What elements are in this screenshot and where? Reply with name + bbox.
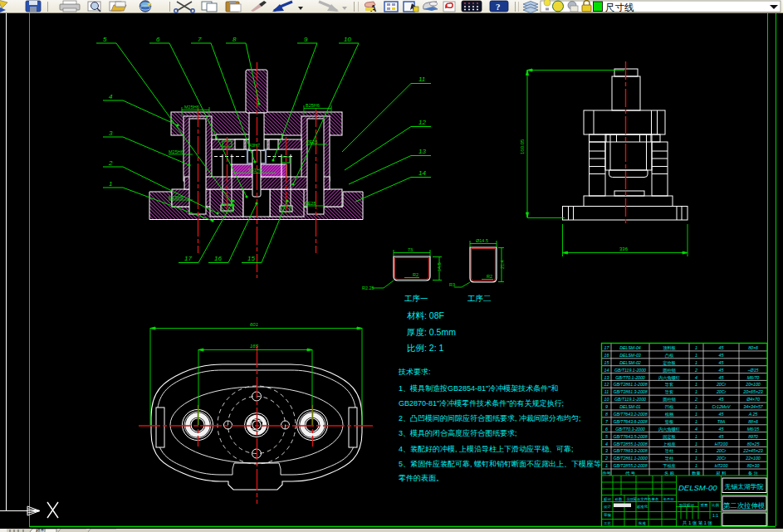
svg-text:45: 45 — [719, 353, 724, 358]
svg-text:导套: 导套 — [665, 382, 673, 387]
svg-text:DELSM-04: DELSM-04 — [619, 345, 640, 350]
svg-text:5: 5 — [605, 434, 608, 439]
svg-text:5、紧固件应装配可靠, 螺钉和销钉断面不应露出上、下模座等: 5、紧固件应装配可靠, 螺钉和销钉断面不应露出上、下模座等 — [399, 460, 601, 468]
svg-text:80×25: 80×25 — [747, 442, 760, 447]
svg-text:2: 2 — [604, 456, 608, 461]
svg-text:顶料板: 顶料板 — [663, 345, 676, 350]
svg-text:R2: R2 — [413, 272, 418, 277]
svg-text:2: 2 — [694, 368, 697, 373]
svg-text:20Cr: 20Cr — [716, 456, 727, 461]
svg-text:21.4: 21.4 — [500, 260, 505, 269]
svg-text:20Cr: 20Cr — [716, 389, 727, 394]
svg-text:10: 10 — [344, 36, 351, 43]
svg-text:1: 1 — [695, 442, 697, 447]
svg-text:内六角螺钉: 内六角螺钉 — [658, 427, 680, 432]
svg-text:导柱: 导柱 — [665, 448, 674, 453]
svg-text:材料: 08F: 材料: 08F — [407, 310, 444, 320]
svg-text:GB/T119.1-2000: GB/T119.1-2000 — [614, 368, 646, 373]
svg-text:标准化: 标准化 — [637, 504, 648, 510]
svg-text:签名: 签名 — [652, 497, 659, 501]
svg-text:技术要求:: 技术要求: — [398, 368, 431, 376]
svg-text:凹模: 凹模 — [665, 404, 674, 409]
svg-text:DELSM-03: DELSM-03 — [619, 353, 640, 358]
svg-text:1: 1 — [605, 463, 608, 468]
svg-text:GB/T7643.5-2008: GB/T7643.5-2008 — [613, 434, 647, 439]
svg-text:8: 8 — [232, 36, 237, 43]
svg-text:~Ø15: ~Ø15 — [748, 368, 759, 373]
svg-text:内六角螺钉: 内六角螺钉 — [658, 375, 680, 380]
svg-text:16: 16 — [214, 255, 222, 262]
svg-text:34×34×57: 34×34×57 — [743, 404, 763, 409]
svg-text:3、模具的闭合高度应符合图纸要求;: 3、模具的闭合高度应符合图纸要求; — [399, 429, 517, 437]
svg-text:14: 14 — [418, 169, 426, 177]
svg-text:比例: 2: 1: 比例: 2: 1 — [407, 343, 444, 353]
svg-text:无锡太湖学院: 无锡太湖学院 — [725, 483, 764, 491]
svg-text:165: 165 — [250, 344, 259, 349]
svg-text:PE25: PE25 — [306, 139, 317, 144]
svg-text:14: 14 — [604, 368, 609, 373]
svg-text:6: 6 — [605, 427, 608, 432]
svg-text:GB/T2861.3-2008: GB/T2861.3-2008 — [613, 389, 647, 394]
svg-text:8970: 8970 — [748, 434, 758, 439]
svg-text:2、凸凹模间的间隙应符合图纸要求, 冲裁间隙分布均匀;: 2、凸凹模间的间隙应符合图纸要求, 冲裁间隙分布均匀; — [399, 414, 581, 422]
svg-text:工序一: 工序一 — [404, 294, 428, 303]
svg-text:更改文件号: 更改文件号 — [634, 497, 653, 501]
svg-text:模柄: 模柄 — [665, 412, 673, 417]
svg-text:6: 6 — [156, 36, 160, 43]
svg-text:11: 11 — [604, 389, 609, 394]
svg-text:20Cr: 20Cr — [716, 448, 727, 453]
svg-text:GB/T7643.6-2008: GB/T7643.6-2008 — [613, 419, 647, 424]
svg-text:2: 2 — [108, 159, 113, 167]
svg-text:处数: 处数 — [615, 497, 623, 501]
svg-text:R3: R3 — [449, 282, 455, 287]
svg-text:3: 3 — [605, 448, 608, 453]
svg-text:4: 4 — [695, 375, 697, 380]
svg-text:Ø4×70: Ø4×70 — [746, 397, 760, 402]
svg-text:160.05: 160.05 — [520, 139, 525, 154]
svg-text:1: 1 — [695, 448, 697, 453]
svg-text:88×6: 88×6 — [748, 419, 758, 424]
svg-text:第二次拉伸模: 第二次拉伸模 — [723, 501, 765, 510]
svg-text:备 注: 备 注 — [748, 471, 758, 476]
svg-text:4: 4 — [605, 442, 608, 447]
svg-text:80×30: 80×30 — [747, 463, 760, 468]
svg-text:圆柱销: 圆柱销 — [663, 368, 676, 373]
svg-text:13: 13 — [418, 148, 426, 155]
svg-text:审核: 审核 — [604, 513, 611, 517]
svg-text:模型: 模型 — [36, 529, 46, 532]
svg-text:45: 45 — [719, 434, 724, 439]
svg-text:1: 1 — [695, 382, 697, 387]
svg-text:1: 1 — [109, 180, 112, 188]
svg-text:4: 4 — [695, 427, 697, 432]
svg-text:1: 1 — [695, 463, 697, 468]
svg-text:8: 8 — [605, 412, 608, 417]
svg-text:15: 15 — [604, 360, 609, 365]
svg-text:11: 11 — [418, 76, 425, 83]
svg-text:22×100: 22×100 — [745, 456, 761, 461]
svg-text:DELSM-00: DELSM-00 — [678, 483, 717, 492]
svg-text:标记: 标记 — [604, 497, 611, 502]
svg-text:GB/T119.1-2000: GB/T119.1-2000 — [614, 397, 646, 402]
svg-text:20Cr: 20Cr — [716, 382, 727, 387]
svg-text:4、装配好的冲模, 上模沿导柱上下滑动应平稳、可靠;: 4、装配好的冲模, 上模沿导柱上下滑动应平稳、可靠; — [399, 445, 574, 453]
svg-text:10: 10 — [604, 397, 609, 402]
svg-text:73: 73 — [408, 247, 413, 252]
svg-text:R2.25: R2.25 — [362, 286, 374, 290]
svg-text:重量: 重量 — [701, 503, 708, 507]
svg-text:1、模具制造按GB2854-81"冷冲模架技术条件"和: 1、模具制造按GB2854-81"冷冲模架技术条件"和 — [399, 384, 558, 393]
svg-text:16: 16 — [604, 353, 609, 358]
svg-text:尺寸线: 尺寸线 — [605, 2, 634, 12]
svg-text:GB/T2855.2-2008: GB/T2855.2-2008 — [613, 463, 647, 468]
svg-text:45: 45 — [719, 427, 724, 432]
svg-text:Cr12MoV: Cr12MoV — [712, 404, 731, 409]
svg-text:导套: 导套 — [665, 389, 673, 394]
svg-text:1: 1 — [695, 434, 697, 439]
svg-text:上模座: 上模座 — [663, 442, 676, 447]
svg-text:45: 45 — [719, 375, 724, 380]
svg-text:GB/T7643.2-2008: GB/T7643.2-2008 — [613, 412, 647, 417]
svg-text:数量: 数量 — [692, 471, 700, 476]
svg-text:20×100: 20×100 — [745, 382, 761, 387]
svg-text:17: 17 — [184, 255, 192, 262]
svg-text:9: 9 — [304, 36, 308, 43]
svg-text:336: 336 — [619, 246, 629, 251]
